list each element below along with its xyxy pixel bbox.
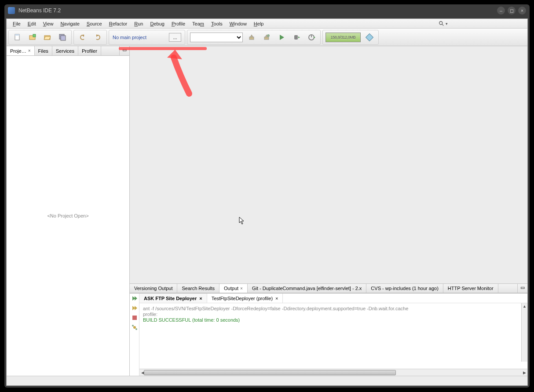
svg-rect-30 (132, 316, 137, 320)
output-tab1-label: ASK FTP Site Deployer (144, 296, 197, 301)
svg-marker-17 (280, 35, 284, 40)
svg-marker-7 (44, 36, 51, 40)
menu-edit[interactable]: Edit (24, 20, 40, 27)
run-button[interactable] (275, 31, 288, 44)
left-sidebar: Proje…× Files Services Profiler ▭ <No Pr… (7, 46, 130, 376)
close-icon[interactable]: × (275, 296, 278, 301)
menu-tools[interactable]: Tools (208, 20, 226, 27)
svg-marker-27 (135, 296, 137, 301)
menu-window[interactable]: Window (226, 20, 250, 27)
quick-search[interactable]: ▾ (437, 21, 525, 27)
menu-view[interactable]: View (40, 20, 57, 27)
tab-cvs-label: CVS - wp-includes (1 hour ago) (371, 286, 438, 291)
minimize-button[interactable]: – (497, 7, 505, 15)
tab-git[interactable]: Git - DuplicateCommand.java [elfinder-se… (248, 284, 366, 293)
menu-refactor[interactable]: Refactor (106, 20, 131, 27)
tab-http-monitor[interactable]: HTTP Server Monitor (443, 284, 498, 293)
statusbar (7, 376, 527, 385)
menu-profile[interactable]: Profile (168, 20, 189, 27)
svg-marker-13 (250, 35, 253, 37)
build-button[interactable] (245, 31, 258, 44)
menu-source[interactable]: Source (83, 20, 106, 27)
tab-output[interactable]: Output× (219, 284, 248, 293)
tab-services-label: Services (56, 48, 74, 54)
main-area: Versioning Output Search Results Output×… (130, 46, 527, 376)
no-project-text: <No Project Open> (47, 213, 88, 218)
svg-rect-3 (15, 34, 19, 36)
output-vertical-scrollbar[interactable]: ▲ (521, 303, 527, 362)
svg-marker-11 (96, 34, 98, 37)
editor-area (130, 46, 527, 283)
titlebar[interactable]: NetBeans IDE 7.2 – ◻ × (4, 4, 530, 17)
debug-button[interactable] (290, 31, 303, 44)
open-project-button[interactable] (41, 31, 54, 44)
svg-rect-9 (61, 36, 66, 40)
scroll-right-icon[interactable]: ▶ (521, 369, 527, 376)
config-select[interactable] (190, 33, 243, 42)
tab-services[interactable]: Services (52, 46, 78, 55)
main-project-label: No main project (113, 35, 165, 40)
svg-marker-10 (82, 34, 84, 37)
sidebar-tabstrip: Proje…× Files Services Profiler ▭ (7, 46, 129, 56)
gc-button[interactable] (363, 31, 376, 44)
output-tab-testftp[interactable]: TestFtpSiteDeployer (profile)× (207, 294, 283, 303)
main-project-browse-button[interactable]: ... (169, 33, 181, 42)
bottom-tabstrip: Versioning Output Search Results Output×… (130, 283, 527, 293)
menu-team[interactable]: Team (189, 20, 208, 27)
profile-button[interactable] (305, 31, 318, 44)
undo-button[interactable] (77, 31, 89, 44)
svg-rect-5 (33, 34, 36, 37)
output-body: ASK FTP Site Deployer× TestFtpSiteDeploy… (139, 294, 527, 376)
svg-point-0 (439, 21, 443, 24)
output-horizontal-scrollbar[interactable]: ◀ ▶ (139, 369, 527, 376)
menu-navigate[interactable]: Navigate (57, 20, 83, 27)
close-button[interactable]: × (518, 7, 526, 15)
tab-files-label: Files (38, 48, 48, 54)
rerun-icon[interactable] (132, 295, 138, 301)
svg-rect-14 (264, 37, 269, 40)
window-title: NetBeans IDE 7.2 (18, 7, 494, 14)
stop-icon[interactable] (132, 315, 138, 321)
output-tab2-label: TestFtpSiteDeployer (profile) (212, 296, 273, 301)
tab-projects[interactable]: Proje…× (7, 46, 35, 55)
menu-debug[interactable]: Debug (146, 20, 168, 27)
tab-versioning-output[interactable]: Versioning Output (130, 284, 177, 293)
new-file-button[interactable] (11, 31, 24, 44)
settings-icon[interactable] (132, 324, 138, 330)
clean-build-button[interactable] (260, 31, 273, 44)
bottom-minimize-button[interactable]: ▭ (517, 284, 527, 293)
close-icon[interactable]: × (28, 48, 31, 53)
close-icon[interactable]: × (240, 286, 243, 291)
svg-point-33 (135, 328, 137, 330)
svg-marker-29 (135, 306, 137, 310)
close-icon[interactable]: × (199, 296, 202, 301)
menu-run[interactable]: Run (131, 20, 146, 27)
tab-search-results[interactable]: Search Results (177, 284, 219, 293)
projects-panel: <No Project Open> (7, 56, 129, 376)
new-project-button[interactable] (26, 31, 39, 44)
rerun-failed-icon[interactable] (132, 305, 138, 311)
svg-marker-22 (314, 36, 315, 38)
tab-projects-label: Proje… (10, 48, 26, 54)
save-all-button[interactable] (56, 31, 69, 44)
svg-point-32 (132, 325, 134, 327)
workspace: Proje…× Files Services Profiler ▭ <No Pr… (7, 46, 527, 376)
scroll-thumb[interactable] (144, 370, 396, 375)
tab-profiler[interactable]: Profiler (78, 46, 101, 55)
svg-line-1 (442, 24, 444, 25)
output-panel: ASK FTP Site Deployer× TestFtpSiteDeploy… (130, 293, 527, 376)
svg-rect-12 (249, 37, 254, 40)
menu-file[interactable]: File (9, 20, 24, 27)
toolbar-group-file (8, 30, 72, 45)
output-tab-ask-ftp[interactable]: ASK FTP Site Deployer× (139, 294, 207, 303)
maximize-button[interactable]: ◻ (508, 7, 516, 15)
tab-profiler-label: Profiler (82, 48, 97, 54)
memory-meter[interactable]: 158,8/312,0MB (326, 33, 361, 42)
tab-cvs[interactable]: CVS - wp-includes (1 hour ago) (366, 284, 443, 293)
tab-files[interactable]: Files (35, 46, 52, 55)
menu-help[interactable]: Help (250, 20, 267, 27)
client-area: File Edit View Navigate Source Refactor … (6, 18, 528, 386)
redo-button[interactable] (91, 31, 104, 44)
output-text[interactable]: ant -f /sources/SVN/TestFtpSiteDeployer … (139, 303, 527, 369)
svg-rect-18 (294, 35, 298, 40)
